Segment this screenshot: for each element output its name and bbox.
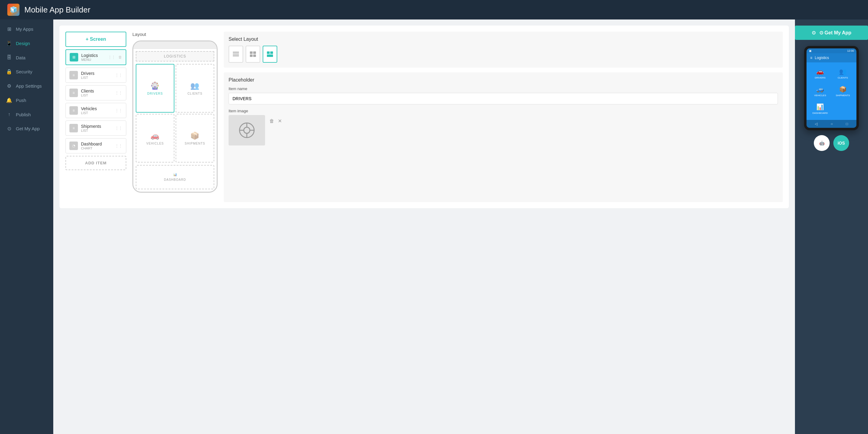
item-image-group: Item image [228,108,778,146]
layout-options [228,45,778,63]
platform-buttons: 🤖 iOS [814,135,849,151]
phone-cell-shipments[interactable]: 📦 SHIPMENTS [176,114,214,162]
header: 🧊 Mobile App Builder [0,0,868,20]
content-area: + Screen ⊞ Logistics MENU ⋮⋮ 🗑 ≡ Drivers [53,20,795,434]
screen-item-drivers[interactable]: ≡ Drivers LIST ⋮⋮ [65,68,126,83]
sidebar-item-publish[interactable]: ↑ Publish [0,107,53,121]
screen-builder: + Screen ⊞ Logistics MENU ⋮⋮ 🗑 ≡ Drivers [59,26,789,208]
drag-handle-drivers[interactable]: ⋮⋮ [115,73,122,77]
svg-rect-3 [250,52,253,54]
drivers-icon: ≡ [69,71,78,80]
drag-handle-dashboard[interactable]: ⋮⋮ [115,144,122,148]
delete-image-button[interactable]: 🗑 [269,118,275,124]
layout-option-list2[interactable] [246,45,260,63]
android-cell-dashboard[interactable]: 📊 DASHBOARD [809,100,832,118]
app-title: Mobile App Builder [24,5,90,14]
android-cell-drivers[interactable]: 🚗 DRIVERS [809,65,832,82]
layout-label: Layout [132,32,218,37]
screen-item-logistics[interactable]: ⊞ Logistics MENU ⋮⋮ 🗑 [65,49,126,65]
screen-item-vehicles[interactable]: ≡ Vehicles LIST ⋮⋮ [65,103,126,118]
vehicles-name: Vehicles [81,106,112,111]
sidebar-item-design[interactable]: 📱 Design [0,36,53,51]
phone-cell-vehicles[interactable]: 🚗 VEHICLES [136,114,175,162]
sidebar-item-my-apps[interactable]: ⊞ My Apps [0,22,53,36]
drag-handle-clients[interactable]: ⋮⋮ [115,91,122,95]
phone-screen-title: LOGISTICS [136,51,214,61]
publish-icon: ↑ [6,112,12,117]
svg-rect-8 [270,52,273,54]
ios-platform-button[interactable]: iOS [833,135,849,151]
android-cell-shipments[interactable]: 📦 SHIPMENTS [832,83,854,100]
get-my-app-button[interactable]: ⊙ ⊙ Get My App [795,26,868,40]
shipments-type: LIST [81,129,112,132]
dashboard-icon: ◔ [69,142,78,150]
sidebar-item-data[interactable]: 🗄 Data [0,51,53,64]
android-nav-bar: ◁ ○ □ [807,120,857,128]
phone-cell-clients[interactable]: 👥 CLIENTS [176,64,214,113]
drag-handle-shipments[interactable]: ⋮⋮ [115,126,122,130]
layout-option-grid[interactable] [262,45,277,63]
android-shipments-icon: 📦 [839,86,847,93]
android-clients-icon: 👥 [839,68,847,75]
drivers-name: Drivers [81,71,112,76]
drag-handle[interactable]: ⋮⋮ [108,55,115,59]
data-icon: 🗄 [6,55,12,60]
add-screen-button[interactable]: + Screen [65,32,126,47]
select-layout-title: Select Layout [228,36,778,42]
recents-button[interactable]: □ [846,122,848,126]
phone-cell-drivers[interactable]: 🎡 DRIVERS [136,64,175,113]
android-dashboard-icon: 📊 [816,103,824,111]
phone-frame: LOGISTICS 🎡 DRIVERS 👥 CLIENTS 🚗 VEHIC [132,40,218,193]
shipments-cell-icon: 📦 [190,131,200,140]
left-panel: + Screen ⊞ Logistics MENU ⋮⋮ 🗑 ≡ Drivers [65,32,126,202]
phone-grid: 🎡 DRIVERS 👥 CLIENTS 🚗 VEHICLES 📦 [133,64,217,165]
screen-item-clients[interactable]: ≡ Clients LIST ⋮⋮ [65,85,126,100]
item-name-input[interactable] [228,93,778,104]
item-name-group: Item name [228,87,778,104]
android-vehicles-icon: 🚙 [816,86,824,93]
get-my-app-icon: ⊙ [812,30,816,36]
clear-image-button[interactable]: ✕ [277,118,282,124]
sidebar-item-get-my-app[interactable]: ⊙ Get My App [0,121,53,136]
sidebar-item-app-settings[interactable]: ⚙ App Settings [0,79,53,93]
home-button[interactable]: ○ [831,122,833,126]
sidebar-item-push[interactable]: 🔔 Push [0,93,53,107]
security-icon: 🔒 [6,69,12,74]
android-phone: ▣ 12:00 ≡ Logistics 🚗 DRIVERS 👥 CLIENTS [804,46,859,130]
add-item-button[interactable]: ADD ITEM [65,156,126,170]
screen-item-shipments[interactable]: ≡ Shipments LIST ⋮⋮ [65,121,126,136]
android-cell-clients[interactable]: 👥 CLIENTS [832,65,854,82]
layout-option-list1[interactable] [228,45,243,63]
svg-rect-4 [253,52,256,54]
device-preview: ⊙ ⊙ Get My App ▣ 12:00 ≡ Logistics 🚗 DRI… [795,20,868,434]
get-app-sidebar-icon: ⊙ [6,126,12,131]
android-platform-button[interactable]: 🤖 [814,135,830,151]
phone-cell-dashboard[interactable]: 📊 DASHBOARD [136,165,214,189]
svg-point-13 [244,127,250,133]
shipments-icon: ≡ [69,124,78,132]
clients-name: Clients [81,89,112,93]
design-icon: 📱 [6,40,12,46]
dashboard-type: CHART [81,146,112,150]
item-name-label: Item name [228,87,778,91]
android-screen: ▣ 12:00 ≡ Logistics 🚗 DRIVERS 👥 CLIENTS [807,49,857,128]
android-cell-vehicles[interactable]: 🚙 VEHICLES [809,83,832,100]
svg-rect-2 [233,55,239,56]
clients-cell-icon: 👥 [190,82,200,90]
delete-logistics-button[interactable]: 🗑 [118,55,122,59]
android-app-grid: 🚗 DRIVERS 👥 CLIENTS 🚙 VEHICLES 📦 SHIPMEN… [807,62,857,120]
settings-icon: ⚙ [6,83,12,89]
image-action-buttons: 🗑 ✕ [269,118,282,124]
drag-handle-vehicles[interactable]: ⋮⋮ [115,108,122,113]
sidebar-item-security[interactable]: 🔒 Security [0,64,53,79]
screen-item-dashboard[interactable]: ◔ Dashboard CHART ⋮⋮ [65,138,126,153]
svg-rect-11 [269,55,272,57]
vehicles-icon: ≡ [69,106,78,115]
back-button[interactable]: ◁ [815,122,817,126]
clients-type: LIST [81,93,112,97]
item-image-preview [228,115,265,146]
app-logo: 🧊 [7,4,20,16]
right-panel: Select Layout [224,32,783,202]
svg-rect-0 [233,52,239,53]
vehicles-type: LIST [81,111,112,115]
